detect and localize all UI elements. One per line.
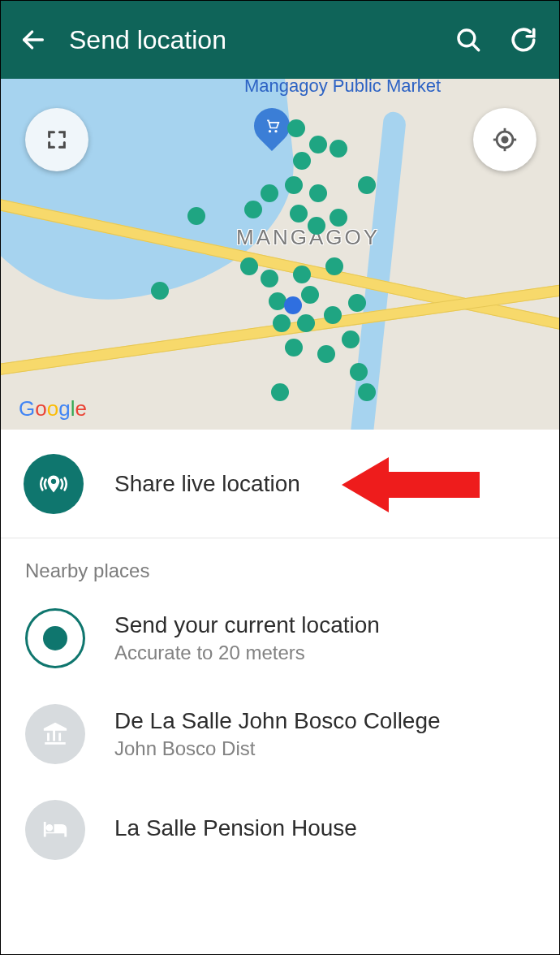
nearby-places-heading: Nearby places [1,538,559,590]
annotation-arrow-icon [342,452,480,517]
svg-marker-12 [342,457,480,512]
nearby-place-item[interactable]: La Salle Pension House [1,782,559,878]
search-button[interactable] [446,17,491,63]
svg-point-4 [274,130,277,132]
fullscreen-icon [45,128,68,151]
svg-point-11 [51,478,56,483]
share-live-location-button[interactable]: Share live location [1,430,559,538]
arrow-left-icon [19,26,47,54]
search-icon [454,26,482,54]
map-river [348,110,407,430]
send-current-location-button[interactable]: Send your current location Accurate to 2… [1,590,559,686]
store-marker-icon [254,108,290,144]
svg-point-3 [269,130,271,132]
locate-me-button[interactable] [473,108,536,171]
current-location-title: Send your current location [114,612,380,638]
share-live-label: Share live location [114,471,300,497]
svg-line-2 [472,44,478,50]
page-title: Send location [69,25,436,55]
live-location-icon [24,454,84,514]
app-header: Send location [1,1,559,79]
place-name: La Salle Pension House [114,815,357,841]
building-icon [25,704,85,764]
crosshair-icon [491,126,519,153]
fullscreen-button[interactable] [25,108,88,171]
svg-point-6 [502,137,507,142]
map-poi-label: Mangagoy Public Market [244,79,441,97]
current-location-accuracy: Accurate to 20 meters [114,642,380,664]
back-button[interactable] [14,20,53,59]
live-pin-icon [37,467,71,501]
place-name: De La Salle John Bosco College [114,708,441,734]
map-area[interactable]: Mangagoy Public Market MANGAGOY [1,79,559,430]
refresh-icon [510,26,537,54]
user-location-dot [284,296,302,314]
refresh-button[interactable] [501,17,546,63]
current-location-icon [25,608,85,668]
place-subtitle: John Bosco Dist [114,737,441,760]
bed-icon [25,800,85,860]
nearby-place-item[interactable]: De La Salle John Bosco College John Bosc… [1,686,559,782]
google-watermark: Google [19,396,87,421]
